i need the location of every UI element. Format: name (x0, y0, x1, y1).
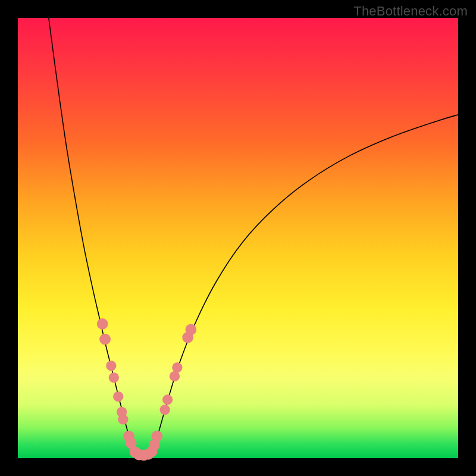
valley-dot (99, 334, 111, 345)
valley-dot (170, 371, 180, 381)
valley-dot (97, 318, 108, 330)
valley-dots-group (97, 318, 196, 461)
credit-watermark: TheBottleneck.com (353, 4, 468, 19)
valley-dot (185, 324, 196, 336)
valley-dot (160, 405, 170, 415)
valley-dot (109, 372, 119, 383)
bottleneck-curve (49, 18, 458, 458)
plot-area (18, 18, 458, 458)
valley-dot (172, 362, 182, 372)
valley-dot (118, 414, 128, 424)
curve-svg (18, 18, 458, 458)
valley-dot (113, 392, 123, 402)
valley-dot (106, 361, 116, 371)
valley-dot (151, 431, 162, 442)
chart-frame: TheBottleneck.com (0, 0, 476, 476)
valley-dot (162, 394, 173, 405)
